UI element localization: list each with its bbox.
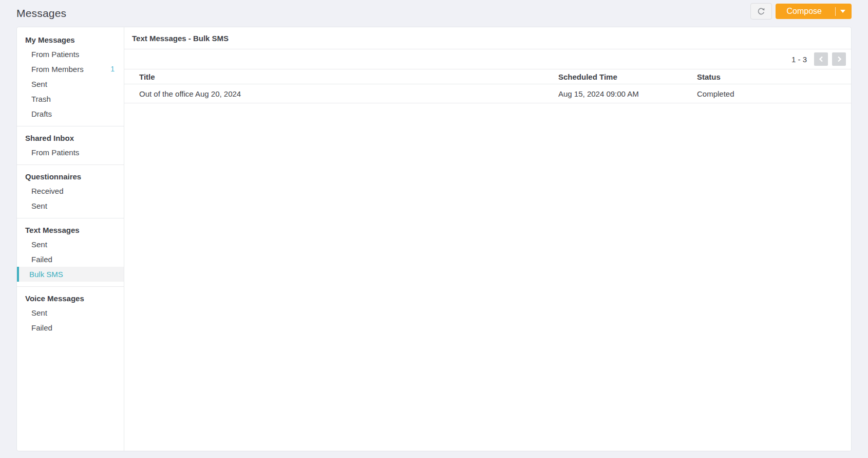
sidebar-item-text-messages-failed[interactable]: Failed <box>17 252 124 267</box>
column-header-scheduled-time: Scheduled Time <box>552 72 691 81</box>
sidebar-item-my-messages-drafts[interactable]: Drafts <box>17 106 124 121</box>
sidebar-item-shared-inbox-from-patients[interactable]: From Patients <box>17 145 124 160</box>
sidebar-section-my-messages: My MessagesFrom PatientsFrom Members1Sen… <box>17 28 124 126</box>
sidebar-item-label: Drafts <box>31 109 52 119</box>
sidebar-section-header: Questionnaires <box>17 169 124 184</box>
main-panel: Text Messages - Bulk SMS 1 - 3 Title <box>124 27 851 451</box>
sidebar-item-label: From Patients <box>31 148 79 157</box>
sidebar-item-label: Failed <box>31 254 52 264</box>
sidebar-section-questionnaires: QuestionnairesReceivedSent <box>17 165 124 218</box>
caret-down-icon[interactable] <box>840 10 845 13</box>
toolbar: Compose <box>750 3 852 20</box>
sidebar-item-questionnaires-sent[interactable]: Sent <box>17 198 124 213</box>
sidebar-section-header: Voice Messages <box>17 291 124 305</box>
sidebar-item-text-messages-bulk-sms[interactable]: Bulk SMS <box>17 267 124 282</box>
sidebar-item-label: Sent <box>31 240 47 249</box>
sidebar-item-label: Trash <box>31 94 51 104</box>
page-header: Messages <box>0 0 868 27</box>
sidebar-item-questionnaires-received[interactable]: Received <box>17 184 124 198</box>
sidebar-item-label: Bulk SMS <box>29 269 63 279</box>
cell-status: Completed <box>691 89 851 98</box>
table-body: Out of the office Aug 20, 2024Aug 15, 20… <box>124 84 851 103</box>
pagination-range: 1 - 3 <box>791 55 807 64</box>
sidebar-section-text-messages: Text MessagesSentFailedBulk SMS <box>17 218 124 287</box>
sidebar-item-voice-messages-failed[interactable]: Failed <box>17 320 124 335</box>
messages-card: My MessagesFrom PatientsFrom Members1Sen… <box>16 27 852 451</box>
table-row[interactable]: Out of the office Aug 20, 2024Aug 15, 20… <box>124 84 851 103</box>
refresh-button[interactable] <box>750 3 772 20</box>
page-title: Messages <box>16 7 66 20</box>
sidebar-item-voice-messages-sent[interactable]: Sent <box>17 305 124 320</box>
sidebar-item-label: Failed <box>31 323 52 333</box>
compose-button[interactable]: Compose <box>776 4 852 19</box>
refresh-icon <box>756 6 766 16</box>
compose-split-divider <box>835 7 836 16</box>
pagination: 1 - 3 <box>124 49 851 69</box>
sidebar-item-my-messages-from-patients[interactable]: From Patients <box>17 47 124 62</box>
sidebar-item-label: Received <box>31 186 64 196</box>
column-header-status: Status <box>691 72 851 81</box>
cell-title: Out of the office Aug 20, 2024 <box>124 89 552 98</box>
table-empty-area <box>124 103 851 451</box>
sidebar-section-header: My Messages <box>17 32 124 47</box>
main-panel-title: Text Messages - Bulk SMS <box>124 27 851 49</box>
sidebar-item-text-messages-sent[interactable]: Sent <box>17 237 124 252</box>
sidebar-item-label: From Patients <box>31 49 79 59</box>
chevron-left-icon <box>818 56 824 62</box>
sidebar: My MessagesFrom PatientsFrom Members1Sen… <box>17 27 124 451</box>
sidebar-item-my-messages-from-members[interactable]: From Members1 <box>17 62 124 77</box>
sidebar-item-my-messages-sent[interactable]: Sent <box>17 77 124 91</box>
sidebar-item-label: Sent <box>31 79 47 89</box>
pagination-next-button[interactable] <box>832 52 846 66</box>
pagination-prev-button[interactable] <box>814 52 828 66</box>
sidebar-item-my-messages-trash[interactable]: Trash <box>17 91 124 106</box>
compose-label: Compose <box>787 7 835 16</box>
unread-count-badge: 1 <box>110 64 117 74</box>
sidebar-section-shared-inbox: Shared InboxFrom Patients <box>17 126 124 165</box>
sidebar-item-label: From Members <box>31 64 84 74</box>
column-header-title: Title <box>124 72 552 81</box>
sidebar-item-label: Sent <box>31 308 47 318</box>
table-header-row: Title Scheduled Time Status <box>124 69 851 84</box>
cell-scheduled-time: Aug 15, 2024 09:00 AM <box>552 89 691 98</box>
sidebar-section-header: Text Messages <box>17 223 124 237</box>
sidebar-item-label: Sent <box>31 201 47 211</box>
sidebar-section-header: Shared Inbox <box>17 131 124 145</box>
sidebar-section-voice-messages: Voice MessagesSentFailed <box>17 287 124 340</box>
chevron-right-icon <box>836 56 842 62</box>
